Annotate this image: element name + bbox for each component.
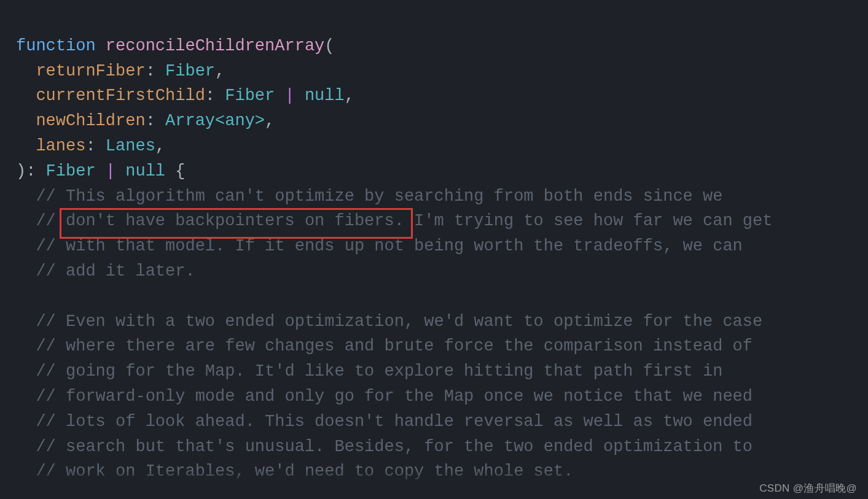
- brace-open: {: [175, 162, 185, 180]
- comment-line: // don't have backpointers on fibers. I'…: [36, 212, 772, 230]
- comment-line: // This algorithm can't optimize by sear…: [36, 187, 722, 206]
- comment-line: // where there are few changes and brute…: [36, 337, 753, 355]
- comment-line: // going for the Map. It'd like to explo…: [36, 362, 722, 381]
- comment-line: // search but that's unusual. Besides, f…: [36, 438, 753, 456]
- param-name: returnFiber: [36, 62, 145, 80]
- highlighted-text: don't have backpointers on fibers.: [66, 212, 404, 230]
- param-name: currentFirstChild: [36, 87, 205, 105]
- type-ref: null: [305, 87, 345, 105]
- type-ref: Lanes: [106, 137, 155, 155]
- comment-line: // lots of look ahead. This doesn't hand…: [36, 412, 753, 431]
- type-ref: Fiber: [165, 62, 215, 80]
- paren-open: (: [324, 37, 334, 55]
- param-name: newChildren: [36, 112, 145, 130]
- comment-line: // with that model. If it ends up not be…: [36, 237, 742, 255]
- return-type: null: [125, 162, 165, 180]
- comment-line: // add it later.: [36, 262, 195, 280]
- param-name: lanes: [36, 137, 85, 155]
- keyword-function: function: [16, 37, 96, 55]
- code-block: function reconcileChildrenArray( returnF…: [0, 0, 868, 499]
- return-type: Fiber: [46, 162, 96, 180]
- comment-line: // work on Iterables, we'd need to copy …: [36, 462, 573, 481]
- type-ref: Fiber: [225, 87, 275, 105]
- function-name: reconcileChildrenArray: [106, 37, 324, 55]
- comment-line: // forward-only mode and only go for the…: [36, 387, 753, 406]
- type-ref: Array<any>: [165, 112, 265, 130]
- comment-line: // Even with a two ended optimization, w…: [36, 312, 762, 331]
- paren-close: ): [16, 162, 26, 180]
